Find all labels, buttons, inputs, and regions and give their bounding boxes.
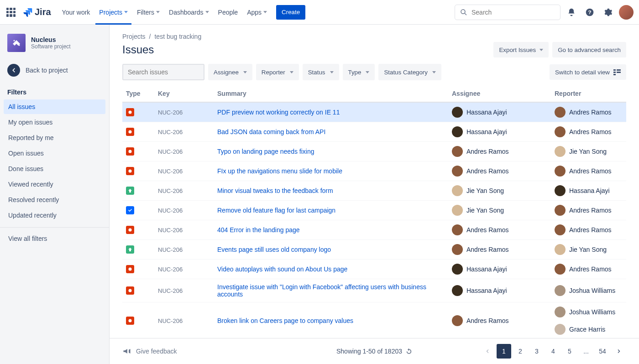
search-issues-input[interactable] bbox=[128, 68, 208, 76]
issue-key[interactable]: NUC-206 bbox=[154, 220, 214, 240]
issue-row[interactable]: NUC-206Video autoplays with sound on Abo… bbox=[122, 260, 626, 279]
issue-row[interactable]: NUC-206Minor visual tweaks to the feedba… bbox=[122, 181, 626, 201]
issue-row[interactable]: NUC-206Broken link on Careers page to co… bbox=[122, 302, 626, 338]
filter-pill-reporter[interactable]: Reporter bbox=[256, 64, 299, 80]
person[interactable]: Andres Ramos bbox=[555, 166, 623, 177]
create-button[interactable]: Create bbox=[276, 5, 305, 20]
issue-key[interactable]: NUC-206 bbox=[154, 240, 214, 260]
person[interactable]: Andres Ramos bbox=[452, 244, 547, 255]
page-button-2[interactable]: 2 bbox=[513, 344, 528, 359]
column-header-type[interactable]: Type bbox=[122, 86, 154, 102]
sidebar-filter-my-open-issues[interactable]: My open issues bbox=[4, 115, 105, 130]
issue-row[interactable]: NUC-206Bad JSON data coming back from AP… bbox=[122, 122, 626, 142]
issue-summary[interactable]: Investigate issue with "Login with Faceb… bbox=[214, 279, 448, 302]
person[interactable]: Joshua Williams bbox=[555, 285, 623, 296]
issue-row[interactable]: NUC-206Events page still uses old compan… bbox=[122, 240, 626, 260]
page-button-5[interactable]: 5 bbox=[562, 344, 577, 359]
refresh-icon[interactable] bbox=[406, 348, 412, 354]
sidebar-filter-resolved-recently[interactable]: Resolved recently bbox=[4, 192, 105, 207]
switch-view-button[interactable]: Switch to detail view bbox=[550, 64, 626, 80]
breadcrumb-root[interactable]: Projects bbox=[122, 33, 146, 40]
person[interactable]: Andres Ramos bbox=[555, 264, 623, 275]
nav-item-dashboards[interactable]: Dashboards bbox=[165, 5, 213, 20]
global-search[interactable] bbox=[455, 5, 560, 20]
issue-key[interactable]: NUC-206 bbox=[154, 102, 214, 122]
page-button-4[interactable]: 4 bbox=[546, 344, 560, 359]
prev-page-button[interactable] bbox=[480, 344, 495, 359]
column-header-assignee[interactable]: Assignee bbox=[448, 86, 551, 102]
issue-key[interactable]: NUC-206 bbox=[154, 201, 214, 220]
person[interactable]: Joshua Williams bbox=[555, 307, 623, 317]
export-issues-button[interactable]: Export Issues bbox=[493, 42, 549, 57]
issue-summary[interactable]: PDF preview not working correctly on IE … bbox=[214, 102, 448, 122]
issue-summary[interactable]: FIx up the navigations menu slide for mo… bbox=[214, 161, 448, 181]
sidebar-filter-updated-recently[interactable]: Updated recently bbox=[4, 208, 105, 223]
filter-pill-assignee[interactable]: Assignee bbox=[208, 64, 252, 80]
help-icon[interactable]: ? bbox=[582, 5, 597, 20]
filter-pill-status[interactable]: Status bbox=[303, 64, 339, 80]
give-feedback-link[interactable]: Give feedback bbox=[122, 347, 177, 356]
issue-key[interactable]: NUC-206 bbox=[154, 161, 214, 181]
person[interactable]: Hassana Ajayi bbox=[555, 185, 623, 196]
person[interactable]: Andres Ramos bbox=[452, 315, 547, 326]
issue-row[interactable]: NUC-206Typo on landing page needs fixing… bbox=[122, 142, 626, 161]
issue-summary[interactable]: Bad JSON data coming back from API bbox=[214, 122, 448, 142]
back-to-project-link[interactable]: Back to project bbox=[0, 59, 109, 81]
issue-summary[interactable]: 404 Error in the landing page bbox=[214, 220, 448, 240]
nav-item-people[interactable]: People bbox=[215, 5, 242, 20]
person[interactable]: Grace Harris bbox=[555, 324, 623, 335]
issue-summary[interactable]: Video autoplays with sound on About Us p… bbox=[214, 260, 448, 279]
nav-item-your-work[interactable]: Your work bbox=[58, 5, 94, 20]
view-all-filters-link[interactable]: View all filters bbox=[4, 231, 105, 246]
filter-pill-type[interactable]: Type bbox=[343, 64, 375, 80]
person[interactable]: Andres Ramos bbox=[555, 205, 623, 216]
column-header-summary[interactable]: Summary bbox=[214, 86, 448, 102]
column-header-key[interactable]: Key bbox=[154, 86, 214, 102]
sidebar-filter-reported-by-me[interactable]: Reported by me bbox=[4, 130, 105, 145]
issue-row[interactable]: NUC-206Investigate issue with "Login wit… bbox=[122, 279, 626, 302]
search-input[interactable] bbox=[471, 9, 555, 16]
page-button-3[interactable]: 3 bbox=[529, 344, 544, 359]
issue-key[interactable]: NUC-206 bbox=[154, 302, 214, 338]
person[interactable]: Andres Ramos bbox=[555, 126, 623, 137]
person[interactable]: Andres Ramos bbox=[452, 166, 547, 177]
next-page-button[interactable] bbox=[612, 344, 626, 359]
app-switcher-icon[interactable] bbox=[5, 7, 16, 18]
person[interactable]: Jie Yan Song bbox=[452, 185, 547, 196]
sidebar-filter-open-issues[interactable]: Open issues bbox=[4, 146, 105, 161]
issue-key[interactable]: NUC-206 bbox=[154, 181, 214, 201]
filter-pill-status-category[interactable]: Status Category bbox=[378, 64, 441, 80]
sidebar-filter-all-issues[interactable]: All issues bbox=[4, 99, 105, 114]
person[interactable]: Jie Yan Song bbox=[452, 205, 547, 216]
issue-summary[interactable]: Broken link on Careers page to company v… bbox=[214, 302, 448, 338]
person[interactable]: Andres Ramos bbox=[452, 146, 547, 157]
person[interactable]: Hassana Ajayi bbox=[452, 126, 547, 137]
sidebar-filter-done-issues[interactable]: Done issues bbox=[4, 161, 105, 176]
issue-row[interactable]: NUC-206Remove old feature flag for last … bbox=[122, 201, 626, 220]
notifications-icon[interactable] bbox=[564, 5, 579, 20]
person[interactable]: Hassana Ajayi bbox=[452, 285, 547, 296]
issue-key[interactable]: NUC-206 bbox=[154, 142, 214, 161]
nav-item-projects[interactable]: Projects bbox=[95, 5, 131, 20]
issue-key[interactable]: NUC-206 bbox=[154, 122, 214, 142]
person[interactable]: Andres Ramos bbox=[555, 107, 623, 118]
issue-summary[interactable]: Typo on landing page needs fixing bbox=[214, 142, 448, 161]
settings-icon[interactable] bbox=[601, 5, 615, 20]
page-button-1[interactable]: 1 bbox=[497, 344, 511, 359]
sidebar-filter-viewed-recently[interactable]: Viewed recently bbox=[4, 177, 105, 192]
issue-summary[interactable]: Events page still uses old company logo bbox=[214, 240, 448, 260]
person[interactable]: Jie Yan Song bbox=[555, 244, 623, 255]
nav-item-apps[interactable]: Apps bbox=[243, 5, 271, 20]
issue-summary[interactable]: Remove old feature flag for last campaig… bbox=[214, 201, 448, 220]
search-issues-box[interactable] bbox=[122, 64, 204, 80]
issue-row[interactable]: NUC-206PDF preview not working correctly… bbox=[122, 102, 626, 122]
issue-key[interactable]: NUC-206 bbox=[154, 260, 214, 279]
person[interactable]: Hassana Ajayi bbox=[452, 107, 547, 118]
jira-logo[interactable]: Jira bbox=[22, 7, 51, 18]
advanced-search-button[interactable]: Go to advanced search bbox=[552, 42, 626, 57]
profile-avatar[interactable] bbox=[619, 5, 634, 20]
column-header-reporter[interactable]: Reporter bbox=[551, 86, 626, 102]
person[interactable]: Jie Yan Song bbox=[555, 146, 623, 157]
person[interactable]: Hassana Ajayi bbox=[452, 264, 547, 275]
issue-summary[interactable]: Minor visual tweaks to the feedback form bbox=[214, 181, 448, 201]
